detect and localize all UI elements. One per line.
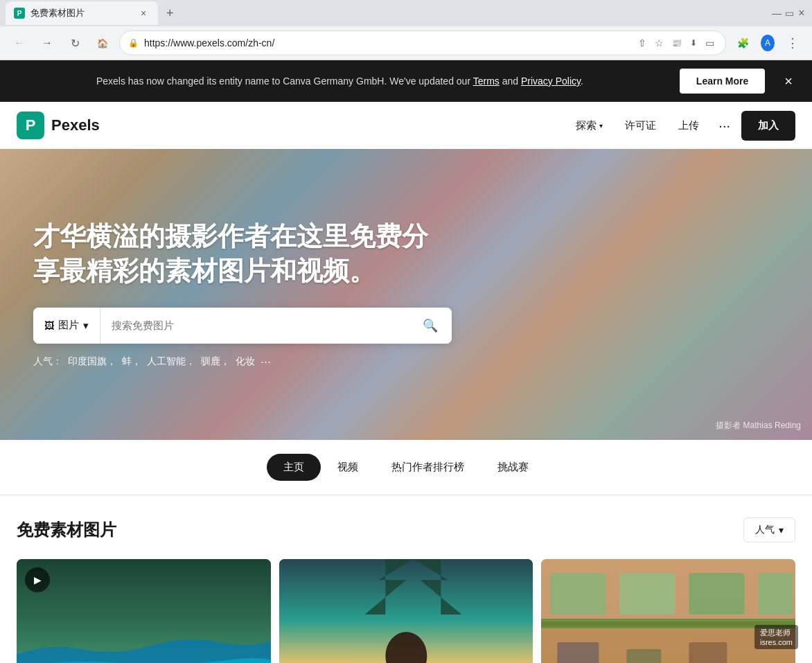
hero-credit: 摄影者 Mathias Reding — [716, 420, 801, 432]
tab-video[interactable]: 视频 — [321, 454, 375, 481]
popular-tag-5[interactable]: 化妆 — [236, 355, 255, 368]
banner-text-end: . — [581, 76, 583, 87]
search-bar: 🖼 图片 ▾ 🔍 — [33, 308, 452, 344]
license-nav-button[interactable]: 许可证 — [617, 114, 664, 138]
lock-icon: 🔒 — [128, 38, 139, 48]
photo-card-3[interactable] — [541, 559, 795, 663]
toolbar-actions: 🧩 A ⋮ — [732, 32, 804, 54]
popular-tag-4[interactable]: 驯鹿， — [201, 355, 230, 368]
tab-close-button[interactable]: × — [137, 7, 150, 19]
banner-text-start: Pexels has now changed its entity name t… — [96, 76, 473, 87]
tab-challenge[interactable]: 挑战赛 — [481, 454, 545, 481]
section-header: 免费素材图片 人气 ▾ — [17, 518, 795, 542]
browser-toolbar: ← → ↻ 🏠 🔒 https://www.pexels.com/zh-cn/ … — [0, 26, 812, 60]
browser-chrome: P 免费素材图片 × + — ▭ × ← → ↻ 🏠 🔒 https://www… — [0, 0, 812, 60]
sort-button[interactable]: 人气 ▾ — [743, 518, 795, 542]
popular-label: 人气： — [33, 355, 62, 368]
explore-chevron-icon: ▾ — [599, 122, 603, 130]
banner-message: Pexels has now changed its entity name t… — [17, 76, 663, 87]
explore-nav-button[interactable]: 探索 ▾ — [567, 114, 611, 138]
popular-more-button[interactable]: ··· — [261, 355, 271, 369]
content-section: 免费素材图片 人气 ▾ — [0, 495, 812, 663]
share-address-button[interactable]: ⇧ — [635, 35, 649, 51]
address-actions: ⇧ ☆ 📰 ⬇ ▭ — [635, 35, 717, 51]
extensions-button[interactable]: 🧩 — [732, 32, 754, 54]
terms-link[interactable]: Terms — [473, 76, 500, 87]
download-button[interactable]: ⬇ — [687, 35, 700, 51]
window-close-button[interactable]: × — [797, 8, 806, 18]
photo-card-1[interactable]: ▶ — [17, 559, 271, 663]
popular-tag-2[interactable]: 蚌， — [122, 355, 141, 368]
url-text: https://www.pexels.com/zh-cn/ — [144, 37, 630, 48]
more-options-button[interactable]: ⋮ — [782, 32, 804, 54]
search-type-button[interactable]: 🖼 图片 ▾ — [33, 308, 100, 344]
main-nav: 探索 ▾ 许可证 上传 ··· — [567, 112, 736, 139]
popular-tag-1[interactable]: 印度国旗， — [68, 355, 116, 368]
upload-nav-button[interactable]: 上传 — [670, 114, 707, 138]
sort-chevron-icon: ▾ — [779, 524, 784, 536]
hero-title: 才华横溢的摄影作者在这里免费分享最精彩的素材图片和视频。 — [33, 220, 452, 288]
pexels-site: Pexels has now changed its entity name t… — [0, 60, 812, 663]
logo[interactable]: P Pexels — [17, 112, 100, 139]
search-input[interactable] — [100, 308, 409, 344]
window-minimize-button[interactable]: — — [772, 8, 782, 18]
tab-home[interactable]: 主页 — [267, 454, 321, 481]
refresh-button[interactable]: ↻ — [64, 32, 86, 54]
banner-text-and: and — [500, 76, 521, 87]
hero-section: 才华横溢的摄影作者在这里免费分享最精彩的素材图片和视频。 🖼 图片 ▾ 🔍 人气… — [0, 149, 812, 440]
notification-banner: Pexels has now changed its entity name t… — [0, 60, 812, 102]
forward-button[interactable]: → — [36, 32, 58, 54]
more-nav-button[interactable]: ··· — [713, 112, 736, 139]
logo-icon: P — [17, 112, 44, 139]
profile-button[interactable]: A — [757, 32, 779, 54]
address-bar[interactable]: 🔒 https://www.pexels.com/zh-cn/ ⇧ ☆ 📰 ⬇ … — [119, 30, 726, 55]
content-tabs: 主页 视频 热门作者排行榜 挑战赛 — [0, 440, 812, 495]
window-maximize-button[interactable]: ▭ — [784, 8, 794, 18]
popular-tags: 人气： 印度国旗， 蚌， 人工智能， 驯鹿， 化妆 ··· — [33, 355, 452, 369]
learn-more-button[interactable]: Learn More — [680, 69, 765, 94]
logo-text: Pexels — [51, 116, 100, 134]
section-title: 免费素材图片 — [17, 519, 116, 541]
tab-favicon: P — [14, 8, 25, 19]
header-actions: 加入 — [741, 111, 795, 141]
search-type-chevron-icon: ▾ — [83, 319, 89, 332]
privacy-link[interactable]: Privacy Policy — [521, 76, 581, 87]
search-icon: 🔍 — [423, 318, 438, 333]
image-icon: 🖼 — [44, 320, 54, 331]
new-tab-button[interactable]: + — [161, 3, 179, 24]
photo-card-2[interactable] — [279, 559, 533, 663]
tab-title: 免费素材图片 — [30, 7, 132, 19]
search-submit-button[interactable]: 🔍 — [409, 308, 452, 344]
bookmark-button[interactable]: ☆ — [652, 35, 667, 51]
home-button[interactable]: 🏠 — [91, 32, 114, 54]
join-button[interactable]: 加入 — [741, 111, 795, 141]
back-button[interactable]: ← — [8, 32, 30, 54]
sort-label: 人气 — [755, 524, 775, 536]
active-tab[interactable]: P 免费素材图片 × — [6, 1, 158, 25]
popular-tag-3[interactable]: 人工智能， — [147, 355, 195, 368]
photo-grid: ▶ — [17, 559, 795, 663]
tab-bar: P 免费素材图片 × + — ▭ × — [0, 0, 812, 26]
search-type-label: 图片 — [58, 319, 79, 332]
sidebar-toggle-button[interactable]: ▭ — [703, 35, 717, 51]
banner-close-button[interactable]: × — [782, 71, 795, 91]
hero-content: 才华横溢的摄影作者在这里免费分享最精彩的素材图片和视频。 🖼 图片 ▾ 🔍 人气… — [0, 220, 485, 369]
read-mode-button[interactable]: 📰 — [669, 35, 685, 51]
site-header: P Pexels 探索 ▾ 许可证 上传 ··· 加入 — [0, 102, 812, 149]
tab-top-creators[interactable]: 热门作者排行榜 — [375, 454, 481, 481]
